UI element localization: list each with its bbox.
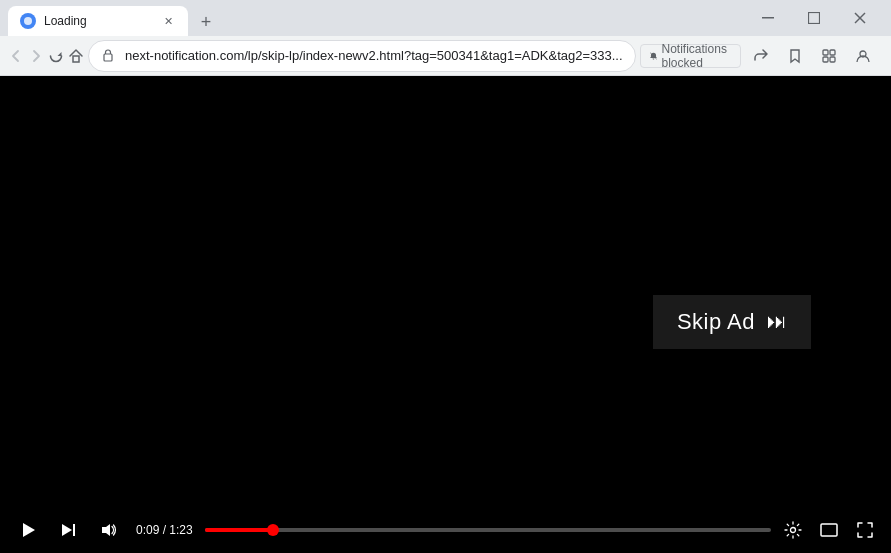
video-area[interactable]: Skip Ad ⏭ 0:09 / 1:23: [0, 76, 891, 553]
tab-title: Loading: [44, 14, 152, 28]
skip-ad-button[interactable]: Skip Ad ⏭: [653, 295, 811, 349]
svg-rect-22: [821, 524, 837, 536]
notifications-blocked-label: Notifications blocked: [662, 42, 732, 70]
url-text: next-notification.com/lp/skip-lp/index-n…: [125, 48, 623, 63]
menu-button[interactable]: [881, 40, 891, 72]
svg-rect-11: [823, 57, 828, 62]
svg-marker-18: [62, 524, 72, 536]
play-button[interactable]: [12, 514, 44, 546]
video-controls-bar: 0:09 / 1:23: [0, 507, 891, 553]
tab-favicon: [20, 13, 36, 29]
title-bar: Loading ✕ +: [0, 0, 891, 36]
svg-rect-1: [762, 17, 774, 19]
bookmark-button[interactable]: [779, 40, 811, 72]
notifications-blocked-badge[interactable]: Notifications blocked: [640, 44, 741, 68]
svg-point-0: [24, 17, 32, 25]
window-controls: [745, 2, 883, 34]
new-tab-button[interactable]: +: [192, 8, 220, 36]
svg-rect-6: [73, 56, 79, 62]
lock-icon: [101, 48, 117, 64]
share-button[interactable]: [745, 40, 777, 72]
svg-rect-2: [809, 13, 820, 24]
progress-fill: [205, 528, 273, 532]
time-display: 0:09 / 1:23: [136, 523, 193, 537]
nav-bar: next-notification.com/lp/skip-lp/index-n…: [0, 36, 891, 76]
maximize-button[interactable]: [791, 2, 837, 34]
fullscreen-button[interactable]: [851, 516, 879, 544]
progress-bar[interactable]: [205, 528, 771, 532]
skip-ad-label: Skip Ad: [677, 309, 755, 335]
svg-rect-7: [104, 54, 112, 61]
svg-rect-10: [830, 50, 835, 55]
chrome-window: Loading ✕ +: [0, 0, 891, 553]
minimize-button[interactable]: [745, 2, 791, 34]
settings-button[interactable]: [779, 516, 807, 544]
svg-rect-19: [73, 524, 75, 536]
next-button[interactable]: [52, 514, 84, 546]
svg-point-21: [791, 528, 796, 533]
extensions-button[interactable]: [813, 40, 845, 72]
nav-right-icons: [745, 40, 891, 72]
active-tab[interactable]: Loading ✕: [8, 6, 188, 36]
close-button[interactable]: [837, 2, 883, 34]
tab-bar: Loading ✕ +: [8, 0, 745, 36]
skip-ad-icon: ⏭: [767, 310, 787, 333]
progress-thumb: [267, 524, 279, 536]
home-button[interactable]: [68, 40, 84, 72]
svg-marker-5: [58, 52, 62, 56]
svg-marker-17: [23, 523, 35, 537]
tab-close-button[interactable]: ✕: [160, 13, 176, 29]
forward-button[interactable]: [28, 40, 44, 72]
back-button[interactable]: [8, 40, 24, 72]
address-bar[interactable]: next-notification.com/lp/skip-lp/index-n…: [88, 40, 636, 72]
svg-marker-20: [102, 524, 110, 536]
svg-rect-12: [830, 57, 835, 62]
svg-rect-9: [823, 50, 828, 55]
volume-button[interactable]: [92, 514, 124, 546]
profile-button[interactable]: [847, 40, 879, 72]
theater-mode-button[interactable]: [815, 516, 843, 544]
reload-button[interactable]: [48, 40, 64, 72]
